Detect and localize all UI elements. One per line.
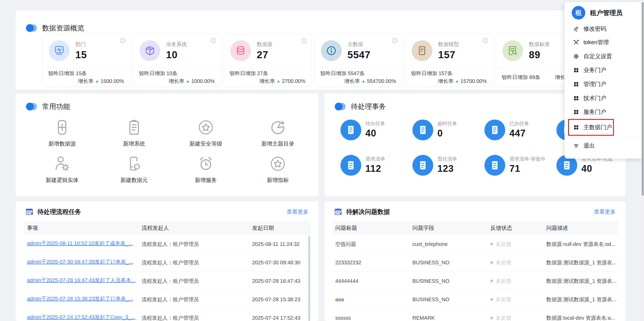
section-toggle-icon bbox=[26, 103, 37, 110]
table-scrollbar[interactable] bbox=[308, 236, 310, 321]
dashboard-screen: 数据资源概览 部门 15 较昨日增加 15条 增长率▲1500.00% bbox=[0, 0, 644, 321]
view-more-link[interactable]: 查看更多 bbox=[287, 208, 308, 215]
logic-entity-user-gear-icon bbox=[53, 155, 71, 173]
table-row: 223332232 BUSINESS_NO 未反馈 数据源:测试数据源_1 资源… bbox=[333, 253, 618, 272]
table-row: ssssss REMARK 未反馈 数据源:local-dev 资源表名:a..… bbox=[333, 309, 618, 321]
stat-pending-tasks[interactable]: 待办任务40 bbox=[340, 120, 402, 140]
scrollbar-thumb[interactable] bbox=[642, 2, 644, 196]
data-element-phone-icon bbox=[125, 155, 143, 173]
table-row: admin于2025-07-30 09:47:39发起了订单表_... 流程发起… bbox=[24, 253, 311, 272]
section-toggle-icon bbox=[26, 24, 37, 32]
card-value: 10 bbox=[166, 49, 187, 61]
table-header-row: 事项 流程发起人 发起日期 bbox=[24, 221, 311, 235]
up-arrow-icon: ▲ bbox=[95, 77, 99, 85]
avatar: 租 bbox=[572, 6, 585, 19]
menu-item-token-management[interactable]: token管理 bbox=[573, 37, 609, 48]
card-label: 业务系统 bbox=[166, 41, 187, 48]
data-resource-overview-panel: 数据资源概览 部门 15 较昨日增加 15条 增长率▲1500.00% bbox=[16, 10, 626, 90]
info-icon[interactable] bbox=[211, 38, 216, 43]
status-dot-icon bbox=[490, 316, 493, 319]
table-row: 空值问题 cust_telephone 未反馈 数据源:null-dev 资源表… bbox=[333, 235, 618, 253]
grid-icon bbox=[573, 67, 579, 73]
menu-item-business-portal[interactable]: 业务门户 bbox=[573, 65, 606, 75]
quick-action-add-service[interactable]: 新增服务 bbox=[177, 155, 234, 184]
stat-demand-list[interactable]: 需求清单112 bbox=[340, 155, 402, 176]
card-label: 数据模型 bbox=[438, 41, 459, 48]
status-dot-icon bbox=[490, 279, 493, 283]
up-arrow-icon: ▲ bbox=[186, 77, 190, 85]
table-row: 44444444 BUSINESS_NO 未反馈 数据源:测试数据源_1 资源表… bbox=[333, 272, 618, 290]
card-growth: 较昨日增加 27条 增长率▲2700.00% bbox=[224, 68, 311, 86]
card-growth: 较昨日增加 157条 增长率▲15700.00% bbox=[405, 68, 492, 86]
up-arrow-icon: ▲ bbox=[362, 77, 365, 85]
card-value: 15 bbox=[75, 49, 87, 61]
status-dot-icon bbox=[490, 261, 493, 264]
stat-done-tasks[interactable]: 已办任务447 bbox=[484, 120, 546, 140]
menu-item-change-password[interactable]: 修改密码 bbox=[573, 24, 606, 34]
pencil-icon bbox=[573, 26, 579, 32]
add-datasource-icon bbox=[53, 118, 71, 136]
menu-item-logout[interactable]: 退出 bbox=[573, 141, 595, 151]
info-icon[interactable] bbox=[392, 38, 398, 43]
task-link[interactable]: admin于2025-07-28 15:38:23发起了订单表_... bbox=[27, 295, 133, 302]
data-standard-doc-search-icon bbox=[502, 40, 523, 61]
task-link[interactable]: admin于2025-08-11 10:52:10发起了成本表_... bbox=[27, 240, 133, 247]
department-monitor-icon bbox=[49, 40, 70, 61]
page-scrollbar[interactable] bbox=[641, 0, 644, 321]
section-toggle-icon bbox=[335, 103, 346, 110]
issues-panel: 待解决问题数据 查看更多 问题标题 问题字段 反馈状态 问题描述 空值问题 cu… bbox=[324, 201, 626, 321]
quick-action-label: 新增主题目录 bbox=[249, 140, 306, 147]
quick-action-label: 新增数据源 bbox=[34, 140, 91, 147]
card-label: 部门 bbox=[75, 41, 87, 48]
menu-item-custom-settings[interactable]: 自定义设置 bbox=[573, 51, 612, 62]
quick-action-add-indicator[interactable]: 新增指标 bbox=[249, 155, 306, 184]
add-service-clock-icon bbox=[197, 155, 215, 173]
table-header-row: 问题标题 问题字段 反馈状态 问题描述 bbox=[333, 221, 618, 235]
card-growth: 较昨日增加 10条 增长率▲1000.00% bbox=[133, 68, 220, 86]
quick-action-data-element[interactable]: 新建数据元 bbox=[106, 155, 163, 184]
metadata-info-icon bbox=[321, 40, 342, 61]
user-info: 租 租户管理员 bbox=[572, 6, 622, 19]
table-row: admin于2025-08-11 10:52:10发起了成本表_... 流程发起… bbox=[24, 235, 311, 253]
quick-action-security-level[interactable]: 新建安全等级 bbox=[177, 118, 234, 147]
card-value: 157 bbox=[438, 49, 459, 61]
stat-card-datasource: 数据源 27 较昨日增加 27条 增长率▲2700.00% bbox=[224, 34, 311, 86]
quick-action-label: 新增系统 bbox=[106, 140, 163, 147]
stat-overtime-tasks[interactable]: 超时任务0 bbox=[412, 120, 474, 140]
table-title: 待处理流程任务 bbox=[37, 208, 81, 216]
view-more-link[interactable]: 查看更多 bbox=[594, 208, 616, 215]
task-link[interactable]: admin于2025-07-30 09:47:39发起了订单表_... bbox=[27, 258, 133, 265]
quick-action-label: 新建安全等级 bbox=[177, 140, 234, 147]
menu-item-service-portal[interactable]: 服务门户 bbox=[573, 107, 606, 117]
stat-demand-list-approving[interactable]: 需求清单-审批中71 bbox=[484, 155, 546, 176]
stat-card-department: 部门 15 较昨日增加 15条 增长率▲1500.00% bbox=[42, 34, 130, 86]
quick-action-add-system[interactable]: 新增系统 bbox=[106, 118, 163, 147]
section-title: 数据资源概览 bbox=[42, 23, 84, 33]
section-title: 待处理事务 bbox=[351, 102, 386, 111]
quick-action-topic-catalog[interactable]: 新增主题目录 bbox=[249, 118, 306, 147]
task-link[interactable]: admin于2025-07-28 16:47:43发起了人员基本... bbox=[27, 277, 135, 284]
process-tasks-table: 事项 流程发起人 发起日期 admin于2025-08-11 10:52:10发… bbox=[24, 221, 311, 321]
status-dot-icon bbox=[490, 243, 493, 246]
card-value: 27 bbox=[257, 49, 272, 61]
info-icon[interactable] bbox=[301, 38, 307, 43]
quick-action-logic-entity[interactable]: 新建逻辑实体 bbox=[34, 155, 91, 184]
topic-catalog-pie-icon bbox=[269, 118, 287, 136]
quick-action-label: 新建数据元 bbox=[106, 176, 163, 184]
up-arrow-icon: ▲ bbox=[455, 77, 459, 85]
task-link[interactable]: admin于2025-07-24 17:52:43发起了Copy_3_... bbox=[27, 314, 135, 321]
menu-item-management-portal[interactable]: 管理门户 bbox=[573, 79, 606, 89]
info-icon[interactable] bbox=[120, 38, 126, 43]
status-dot-icon bbox=[490, 298, 493, 301]
stat-card-business-system: 业务系统 10 较昨日增加 10条 增长率▲1000.00% bbox=[133, 34, 221, 86]
add-system-clipboard-icon bbox=[125, 118, 143, 136]
document-icon bbox=[340, 155, 361, 176]
stat-responsibility-list[interactable]: 责任清单123 bbox=[412, 155, 474, 176]
menu-item-technical-portal[interactable]: 技术门户 bbox=[573, 93, 606, 103]
tools-icon bbox=[573, 39, 579, 45]
menu-item-master-data-portal[interactable]: 主数据门户 bbox=[573, 122, 612, 133]
document-icon bbox=[412, 155, 433, 176]
info-icon[interactable] bbox=[483, 38, 488, 43]
grid-icon bbox=[573, 109, 579, 115]
quick-action-add-datasource[interactable]: 新增数据源 bbox=[34, 118, 91, 147]
